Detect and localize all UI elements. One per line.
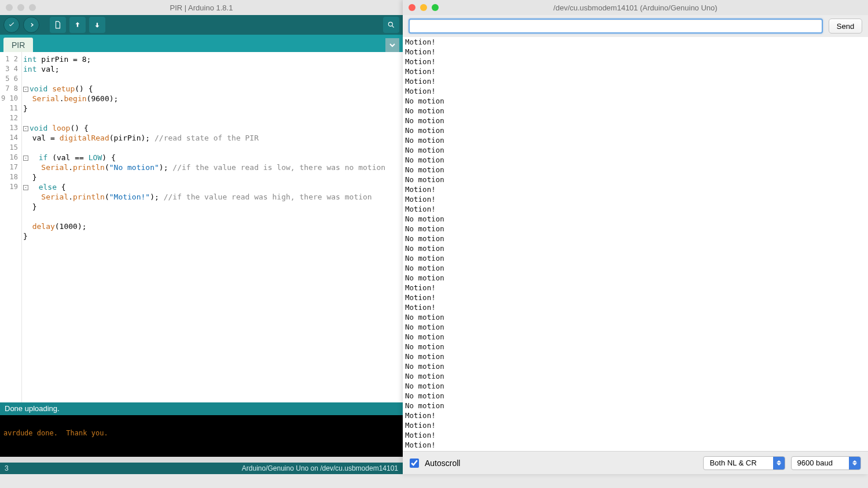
tab-strip: PIR — [0, 35, 403, 52]
serial-monitor-button[interactable] — [383, 17, 399, 33]
build-console: avrdude done. Thank you. — [0, 415, 403, 457]
new-sketch-button[interactable] — [50, 17, 66, 33]
tab-menu-button[interactable] — [385, 38, 399, 52]
monitor-traffic-lights — [409, 4, 439, 11]
monitor-titlebar: /dev/cu.usbmodem14101 (Arduino/Genuino U… — [403, 0, 868, 15]
select-arrows-icon — [773, 456, 785, 470]
send-button[interactable]: Send — [829, 19, 862, 34]
ide-traffic-lights — [6, 4, 36, 11]
cursor-line: 3 — [5, 464, 9, 472]
send-row: Send — [403, 15, 868, 37]
zoom-icon[interactable] — [29, 4, 36, 11]
serial-monitor-window: /dev/cu.usbmodem14101 (Arduino/Genuino U… — [403, 0, 868, 474]
line-ending-select[interactable]: Both NL & CR — [703, 456, 785, 470]
zoom-icon[interactable] — [432, 4, 439, 11]
verify-button[interactable] — [3, 17, 20, 33]
status-bar: Done uploading. — [0, 402, 403, 415]
chevron-down-icon — [389, 42, 395, 48]
save-sketch-button[interactable] — [89, 17, 105, 33]
baud-select[interactable]: 9600 baud — [791, 456, 861, 470]
close-icon[interactable] — [409, 4, 415, 11]
line-ending-value: Both NL & CR — [704, 459, 773, 467]
arrow-up-icon — [73, 21, 82, 29]
svg-point-0 — [388, 22, 392, 26]
file-tab-pir[interactable]: PIR — [3, 38, 33, 52]
ide-title: PIR | Arduino 1.8.1 — [0, 3, 403, 12]
check-icon — [8, 21, 16, 29]
arrow-down-icon — [93, 21, 101, 29]
magnifier-icon — [387, 21, 395, 29]
autoscroll-label: Autoscroll — [425, 459, 460, 468]
open-sketch-button[interactable] — [69, 17, 86, 33]
bottom-bar: 3 Arduino/Genuino Uno on /dev/cu.usbmode… — [0, 463, 403, 474]
code-area[interactable]: int pirPin = 8; int val; -void setup() {… — [22, 52, 403, 402]
minimize-icon[interactable] — [17, 4, 24, 11]
serial-send-input[interactable] — [409, 19, 823, 34]
upload-button[interactable] — [23, 17, 39, 33]
line-gutter: 1 2 3 4 5 6 7 8 9 10 11 12 13 14 15 16 1… — [0, 52, 22, 402]
ide-toolbar — [0, 15, 403, 35]
monitor-title: /dev/cu.usbmodem14101 (Arduino/Genuino U… — [403, 3, 868, 12]
file-icon — [54, 21, 62, 29]
board-port-label: Arduino/Genuino Uno on /dev/cu.usbmodem1… — [242, 464, 398, 472]
console-scrollbar[interactable] — [0, 457, 403, 463]
serial-output[interactable]: Motion! Motion! Motion! Motion! Motion! … — [403, 37, 868, 451]
monitor-footer: Autoscroll Both NL & CR 9600 baud — [403, 451, 868, 474]
close-icon[interactable] — [6, 4, 13, 11]
autoscroll-checkbox[interactable] — [410, 459, 419, 468]
minimize-icon[interactable] — [420, 4, 427, 11]
select-arrows-icon — [849, 456, 860, 470]
arrow-right-icon — [27, 21, 35, 29]
arduino-ide-window: PIR | Arduino 1.8.1 PIR 1 2 3 4 5 6 7 8 … — [0, 0, 403, 474]
ide-titlebar: PIR | Arduino 1.8.1 — [0, 0, 403, 15]
baud-value: 9600 baud — [792, 459, 849, 467]
code-editor[interactable]: 1 2 3 4 5 6 7 8 9 10 11 12 13 14 15 16 1… — [0, 52, 403, 402]
